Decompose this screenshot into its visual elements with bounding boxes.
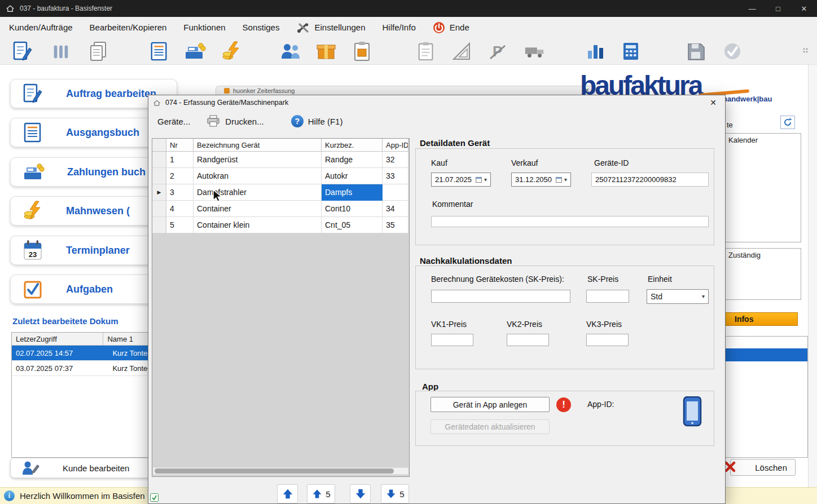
document-edit-icon[interactable] <box>11 40 34 63</box>
check-badge-icon[interactable] <box>721 40 744 63</box>
col-nr[interactable]: Nr <box>166 139 194 152</box>
save-disk-icon[interactable] <box>684 40 707 63</box>
info-icon: i <box>4 490 15 501</box>
power-icon <box>433 21 445 34</box>
row-selector[interactable] <box>152 217 166 233</box>
table-row-selected[interactable]: ▶ 3 Dampfstrahler Dampfs <box>152 184 409 201</box>
logo-subtitle: handwerk|bau <box>723 95 772 103</box>
vk3-preis-label: VK3-Preis <box>586 320 622 329</box>
geraet-in-app-anlegen-button[interactable]: Gerät in App anlegen <box>431 397 550 412</box>
scrollbar-thumb[interactable] <box>155 468 394 474</box>
export-icon[interactable] <box>150 493 159 502</box>
truck-icon[interactable] <box>524 40 546 63</box>
einheit-select[interactable]: Std ▾ <box>647 289 709 304</box>
menu-sonstiges[interactable]: Sonstiges <box>243 23 280 32</box>
selected-cell[interactable]: Dampfs <box>322 184 383 201</box>
col-letzer-zugriff[interactable]: LetzerZugriff <box>12 333 103 345</box>
status-message: Herzlich Willkommen im Basisfen <box>20 491 145 501</box>
menu-hilfe-info[interactable]: Hilfe/Info <box>383 23 416 32</box>
package-icon[interactable] <box>315 40 337 63</box>
copy-documents-icon[interactable] <box>87 40 110 63</box>
refresh-button[interactable] <box>780 116 795 129</box>
smartphone-icon <box>683 396 702 427</box>
vk1-preis-field[interactable] <box>431 334 473 346</box>
right-edge-panel <box>808 65 817 487</box>
table-row[interactable]: 5 Container klein Cnt_05 35 <box>152 217 409 233</box>
clipboard-icon[interactable] <box>415 40 437 63</box>
menu-einstellungen[interactable]: Einstellungen <box>296 21 365 34</box>
menu-kunden-auftraege[interactable]: Kunden/Aufträge <box>9 23 73 32</box>
col-bezeichnung[interactable]: Bezeichnung Gerät <box>194 139 322 152</box>
table-row[interactable]: 4 Container Cont10 34 <box>152 201 409 217</box>
row-down-5-button[interactable]: 5 <box>381 484 409 503</box>
arrow-up-icon <box>282 488 294 500</box>
geraetedaten-aktualisieren-button[interactable]: Gerätedaten aktualisieren <box>431 419 550 434</box>
order-clipboard-icon[interactable] <box>351 40 374 63</box>
dialog-titlebar[interactable]: 074 - Erfassung Geräte/Maschinenpark ✕ <box>148 95 725 110</box>
mini-calendar-icon <box>476 176 482 183</box>
row-up-5-button[interactable]: 5 <box>307 484 335 503</box>
dialog-title: 074 - Erfassung Geräte/Maschinenpark <box>165 99 288 107</box>
dialog-close-button[interactable]: ✕ <box>701 95 725 110</box>
geraete-dialog: 074 - Erfassung Geräte/Maschinenpark ✕ G… <box>148 95 726 504</box>
chevron-down-icon[interactable]: ▾ <box>702 294 705 299</box>
window-titlebar: 037 - baufaktura - Basisfenster — □ ✕ <box>0 0 817 17</box>
selected-list-item[interactable] <box>725 348 807 361</box>
menu-bearbeiten-kopieren[interactable]: Bearbeiten/Kopieren <box>90 23 167 32</box>
table-row[interactable]: 1 Randgerüst Randge 32 <box>152 152 409 168</box>
sk-preis-field[interactable] <box>586 290 629 303</box>
berechnung-field[interactable] <box>431 290 570 303</box>
detaildaten-title: Detaildaten Gerät <box>420 138 490 148</box>
bar-chart-icon[interactable] <box>584 40 607 63</box>
customers-icon[interactable] <box>279 40 302 63</box>
close-button[interactable]: ✕ <box>791 0 817 17</box>
dunning-lightning-icon[interactable] <box>220 40 243 63</box>
ledger-icon <box>22 121 43 144</box>
menu-drucken[interactable]: Drucken... <box>206 114 263 128</box>
plan-p-icon[interactable]: P <box>486 40 509 63</box>
menu-hilfe[interactable]: ? Hilfe (F1) <box>291 115 343 127</box>
menu-geraete[interactable]: Geräte... <box>157 117 190 126</box>
menu-funktionen[interactable]: Funktionen <box>183 23 225 32</box>
background-window-tab[interactable]: huonker Zeiterfassung ✕ <box>216 86 595 95</box>
kommentar-field[interactable] <box>431 216 709 227</box>
set-square-icon[interactable] <box>450 40 473 63</box>
berechnung-label: Berechnung Gerätekosten (SK-Preis): <box>431 275 564 284</box>
horizontal-scrollbar[interactable] <box>153 467 409 475</box>
maximize-button[interactable]: □ <box>765 0 791 17</box>
row-down-button[interactable] <box>350 484 371 503</box>
warning-icon: ! <box>556 397 571 412</box>
cash-register-icon[interactable] <box>183 40 206 63</box>
verkauf-label: Verkauf <box>511 158 538 167</box>
columns-icon[interactable] <box>50 40 72 63</box>
row-selector[interactable] <box>152 152 166 168</box>
calculator-icon[interactable] <box>620 40 642 63</box>
kauf-date-field[interactable]: 21.07.2025 ▾ <box>431 173 491 187</box>
infos-button[interactable]: Infos <box>725 312 798 326</box>
grip-dots-icon[interactable] <box>800 40 812 63</box>
vk2-preis-field[interactable] <box>507 334 549 346</box>
row-up-button[interactable] <box>277 484 298 503</box>
calendar-day-label: 23 <box>29 250 37 259</box>
col-appid[interactable]: App-ID <box>383 139 409 152</box>
row-selector[interactable] <box>152 201 166 217</box>
vk3-preis-field[interactable] <box>586 334 629 346</box>
tools-icon <box>296 21 310 34</box>
ledger-icon[interactable] <box>148 40 170 63</box>
vk2-preis-label: VK2-Preis <box>507 320 542 329</box>
row-selector-marker[interactable]: ▶ <box>152 184 166 201</box>
refresh-icon <box>783 118 792 127</box>
geraete-id-field[interactable]: 25072112372200009832 <box>591 173 709 187</box>
einheit-label: Einheit <box>648 275 672 284</box>
loeschen-button[interactable]: Löschen <box>730 459 796 476</box>
menu-ende[interactable]: Ende <box>433 21 469 34</box>
verkauf-date-field[interactable]: 31.12.2050 ▾ <box>511 173 571 187</box>
minimize-button[interactable]: — <box>739 0 765 17</box>
row-selector[interactable] <box>152 168 166 184</box>
chevron-down-icon[interactable]: ▾ <box>564 177 567 183</box>
arrow-down-icon <box>385 488 397 499</box>
col-kurzbez[interactable]: Kurzbez. <box>322 139 383 152</box>
chevron-down-icon[interactable]: ▾ <box>484 177 487 183</box>
table-row[interactable]: 2 Autokran Autokr 33 <box>152 168 409 184</box>
kauf-label: Kauf <box>431 158 447 167</box>
